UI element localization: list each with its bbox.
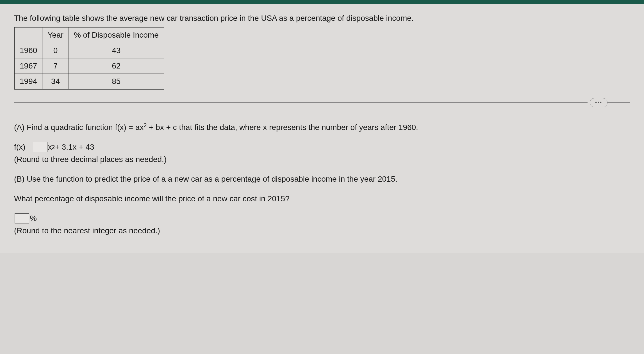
percentage-input[interactable] xyxy=(15,213,29,223)
row-pct: 85 xyxy=(69,74,164,90)
part-a-suffix: + bx + c that fits the data, where x rep… xyxy=(147,123,418,132)
part-b-answer-line: % xyxy=(14,213,630,224)
formula-suffix: + 3.1x + 43 xyxy=(55,141,94,153)
row-label: 1967 xyxy=(14,58,42,74)
row-year: 34 xyxy=(42,74,69,90)
row-year: 0 xyxy=(42,43,69,58)
row-pct: 43 xyxy=(69,43,164,58)
top-accent-bar xyxy=(0,0,644,4)
part-a-hint: (Round to three decimal places as needed… xyxy=(14,154,630,165)
header-blank xyxy=(14,27,42,43)
expand-button[interactable]: ••• xyxy=(590,98,607,107)
row-year: 7 xyxy=(42,58,69,74)
problem-content: The following table shows the average ne… xyxy=(0,4,644,253)
part-a-prompt: (A) Find a quadratic function f(x) = ax2… xyxy=(14,121,630,133)
data-table: Year % of Disposable Income 1960 0 43 19… xyxy=(14,27,164,90)
table-row: 1967 7 62 xyxy=(14,58,164,74)
divider-line xyxy=(14,102,588,103)
divider-line-right xyxy=(607,102,630,103)
coefficient-a-input[interactable] xyxy=(33,142,47,152)
table-header-row: Year % of Disposable Income xyxy=(14,27,164,43)
header-pct: % of Disposable Income xyxy=(69,27,164,43)
formula-mid: x xyxy=(48,141,52,153)
percent-unit: % xyxy=(30,213,37,224)
formula-prefix: f(x) = xyxy=(14,141,32,153)
row-label: 1960 xyxy=(14,43,42,58)
exponent-2: 2 xyxy=(144,122,147,128)
part-a-formula: f(x) = x2 + 3.1x + 43 xyxy=(14,141,630,153)
intro-text: The following table shows the average ne… xyxy=(14,12,630,24)
section-divider: ••• xyxy=(14,98,630,107)
part-a-prefix: (A) Find a quadratic function f(x) = ax xyxy=(14,123,144,132)
table-row: 1994 34 85 xyxy=(14,74,164,90)
table-row: 1960 0 43 xyxy=(14,43,164,58)
header-year: Year xyxy=(42,27,69,43)
exponent-2: 2 xyxy=(52,143,55,151)
part-b-question: What percentage of disposable income wil… xyxy=(14,193,630,205)
row-pct: 62 xyxy=(69,58,164,74)
part-b-prompt: (B) Use the function to predict the pric… xyxy=(14,173,630,185)
part-b-hint: (Round to the nearest integer as needed.… xyxy=(14,225,630,237)
row-label: 1994 xyxy=(14,74,42,90)
